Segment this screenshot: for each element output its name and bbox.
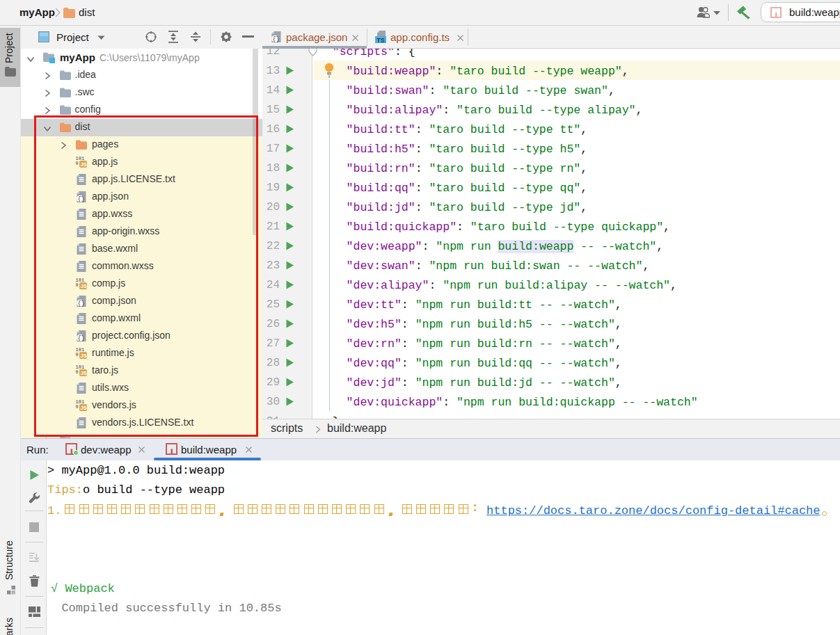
svg-text:{}: {} <box>272 36 280 42</box>
svg-text:TS: TS <box>377 37 385 43</box>
